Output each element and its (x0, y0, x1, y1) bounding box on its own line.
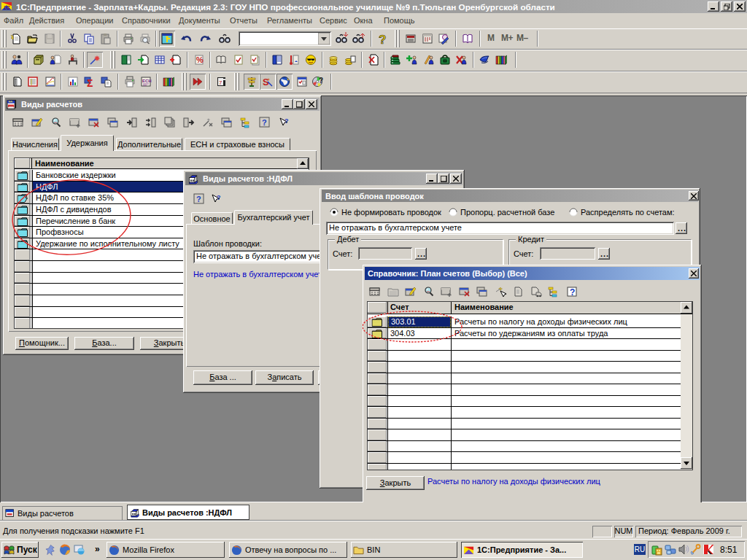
svg-text:1C: 1C (4, 5, 10, 10)
